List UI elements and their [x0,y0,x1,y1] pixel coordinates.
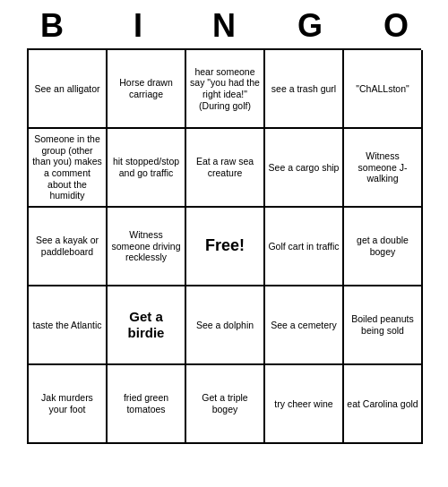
cell-20[interactable]: Jak murders your foot [29,365,108,444]
letter-o: O [357,7,435,45]
cell-14[interactable]: get a double bogey [344,208,423,286]
cell-13[interactable]: Golf cart in traffic [265,208,344,286]
cell-12[interactable]: Free! [186,208,265,286]
cell-9[interactable]: Witness someone J-walking [344,129,423,208]
cell-18[interactable]: See a cemetery [265,286,344,365]
cell-11[interactable]: Witness someone driving recklessly [108,208,186,286]
letter-b: B [13,7,91,45]
cell-21[interactable]: fried green tomatoes [108,365,186,444]
bingo-header: B I N G O [9,0,439,48]
cell-22[interactable]: Get a triple bogey [186,365,265,444]
bingo-grid: See an alligatorHorse drawn carriagehear… [27,48,421,444]
letter-g: G [271,7,349,45]
cell-0[interactable]: See an alligator [29,50,108,129]
cell-16[interactable]: Get a birdie [108,286,186,365]
letter-i: I [99,7,177,45]
cell-1[interactable]: Horse drawn carriage [108,50,186,129]
cell-17[interactable]: See a dolphin [186,286,265,365]
cell-7[interactable]: Eat a raw sea creature [186,129,265,208]
cell-23[interactable]: try cheer wine [265,365,344,444]
cell-10[interactable]: See a kayak or paddleboard [29,208,108,286]
cell-5[interactable]: Someone in the group (other than you) ma… [29,129,108,208]
cell-4[interactable]: "ChALLston" [344,50,423,129]
cell-24[interactable]: eat Carolina gold [344,365,423,444]
cell-2[interactable]: hear someone say "you had the right idea… [186,50,265,129]
cell-15[interactable]: taste the Atlantic [29,286,108,365]
letter-n: N [185,7,263,45]
cell-19[interactable]: Boiled peanuts being sold [344,286,423,365]
cell-8[interactable]: See a cargo ship [265,129,344,208]
cell-3[interactable]: see a trash gurl [265,50,344,129]
cell-6[interactable]: hit stopped/stop and go traffic [108,129,186,208]
